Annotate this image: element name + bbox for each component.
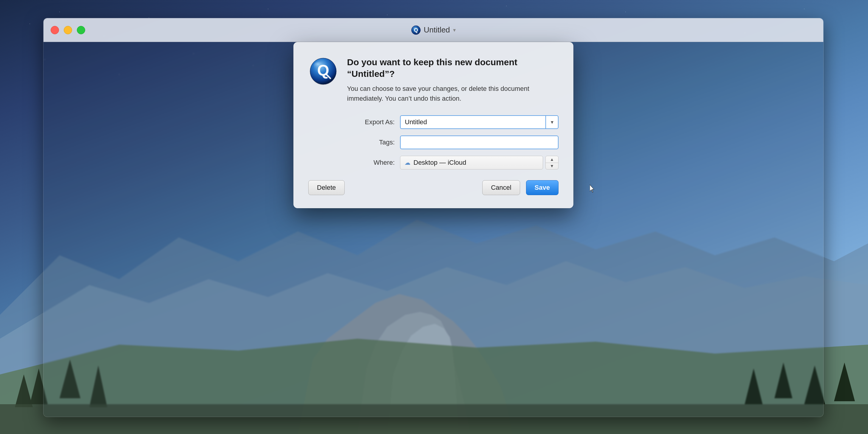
icloud-icon: ☁ bbox=[404, 159, 410, 166]
save-button[interactable]: Save bbox=[526, 180, 559, 195]
delete-button[interactable]: Delete bbox=[308, 180, 345, 195]
maximize-button[interactable] bbox=[77, 26, 85, 34]
stepper-up-icon[interactable]: ▲ bbox=[546, 156, 558, 163]
chevron-down-icon: ▾ bbox=[551, 119, 553, 125]
dialog-overlay: Q Do you want to keep this new document … bbox=[43, 42, 823, 417]
save-dialog: Q Do you want to keep this new document … bbox=[293, 42, 574, 208]
title-chevron-icon: ▾ bbox=[453, 27, 456, 33]
minimize-button[interactable] bbox=[64, 26, 72, 34]
where-select[interactable]: ☁ Desktop — iCloud bbox=[400, 156, 543, 169]
form-section: Export As: ▾ Tags: bbox=[347, 115, 559, 169]
dialog-subtitle: You can choose to save your changes, or … bbox=[347, 84, 559, 103]
where-stepper[interactable]: ▲ ▼ bbox=[546, 156, 559, 169]
where-value-text: Desktop — iCloud bbox=[413, 159, 466, 166]
app-icon: Q bbox=[308, 56, 338, 86]
dialog-title: Do you want to keep this new document “U… bbox=[347, 56, 559, 80]
dialog-text-section: Do you want to keep this new document “U… bbox=[347, 56, 559, 103]
window-content: Q Do you want to keep this new document … bbox=[43, 42, 823, 417]
cancel-button[interactable]: Cancel bbox=[482, 180, 520, 195]
svg-text:Q: Q bbox=[414, 27, 418, 33]
dialog-buttons: Delete Cancel Save bbox=[308, 180, 559, 195]
dialog-header: Q Do you want to keep this new document … bbox=[308, 56, 559, 103]
where-label: Where: bbox=[347, 159, 395, 166]
traffic-lights bbox=[51, 26, 85, 34]
export-as-label: Export As: bbox=[347, 118, 395, 126]
tags-label: Tags: bbox=[347, 138, 395, 146]
stepper-down-icon[interactable]: ▼ bbox=[546, 163, 558, 169]
where-select-left: ☁ Desktop — iCloud bbox=[404, 159, 466, 166]
export-as-row: Export As: ▾ bbox=[347, 115, 559, 129]
desktop: Q Untitled ▾ bbox=[0, 0, 868, 434]
tags-row: Tags: bbox=[347, 135, 559, 149]
close-button[interactable] bbox=[51, 26, 59, 34]
mac-window: Q Untitled ▾ bbox=[43, 18, 824, 417]
export-as-input[interactable] bbox=[400, 115, 546, 129]
quicktime-icon: Q bbox=[411, 25, 421, 35]
tags-input[interactable] bbox=[400, 135, 559, 149]
where-row: Where: ☁ Desktop — iCloud ▲ ▼ bbox=[347, 156, 559, 169]
window-title-group: Q Untitled ▾ bbox=[411, 25, 456, 35]
export-input-wrapper: ▾ bbox=[400, 115, 559, 129]
export-chevron-button[interactable]: ▾ bbox=[546, 115, 559, 129]
window-titlebar: Q Untitled ▾ bbox=[43, 18, 823, 42]
window-title-text: Untitled bbox=[424, 25, 450, 35]
